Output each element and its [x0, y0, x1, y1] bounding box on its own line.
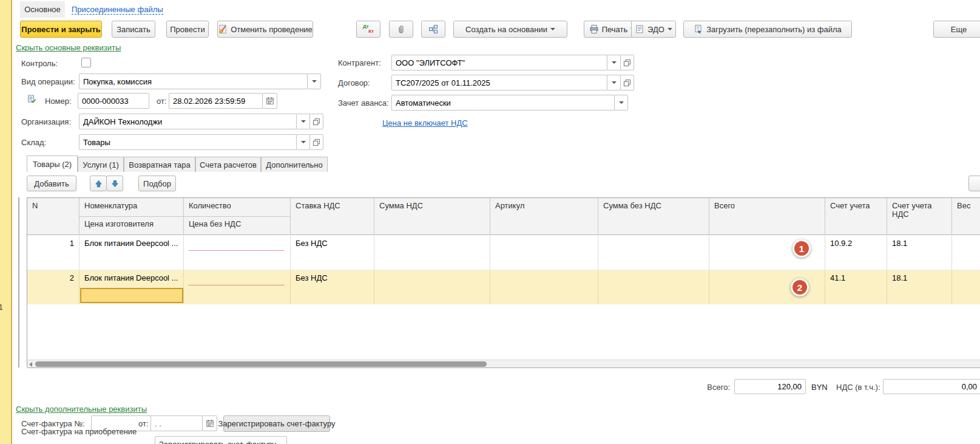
price-vat-link[interactable]: Цена не включает НДС — [382, 118, 468, 128]
cell-nomenclature[interactable]: Блок питания Deepcool ... — [79, 236, 184, 270]
date-calendar-button[interactable] — [262, 93, 277, 109]
operation-type-input[interactable]: Покупка, комиссия — [79, 73, 308, 89]
contract-dropdown-button[interactable] — [607, 75, 621, 91]
move-row-down-button[interactable] — [106, 176, 123, 191]
invoice-date-input[interactable]: . . — [150, 415, 203, 431]
invoice-date-calendar-button[interactable] — [202, 415, 217, 431]
number-value: 0000-000033 — [82, 97, 129, 106]
counterparty-open-button[interactable] — [620, 55, 634, 70]
cell-n[interactable]: 2 — [27, 270, 79, 304]
cell-article[interactable] — [490, 270, 598, 304]
column-header-account: Счет учета — [825, 198, 887, 235]
control-checkbox[interactable] — [81, 58, 91, 67]
tab-goods[interactable]: Товары (2) — [27, 155, 78, 172]
cell-quantity[interactable] — [184, 236, 291, 270]
counterparty-dropdown-button[interactable] — [607, 55, 621, 70]
table-row[interactable]: 1 Блок питания Deepcool ... Без НДС 10.9… — [27, 236, 980, 270]
tab-main[interactable]: Основное — [20, 1, 65, 18]
register-invoice-button[interactable]: Зарегистрировать счет-фактуру — [223, 415, 330, 432]
cell-amount-no-vat[interactable] — [598, 236, 709, 270]
pick-items-label: Подбор — [143, 179, 171, 188]
add-row-button[interactable]: Добавить — [27, 176, 76, 191]
organization-dropdown-button[interactable] — [296, 114, 310, 129]
contract-open-button[interactable] — [620, 75, 634, 91]
cell-weight[interactable] — [952, 270, 980, 304]
load-from-file-button[interactable]: Загрузить (перезаполнить) из файла — [683, 21, 852, 38]
cell-vat-rate[interactable]: Без НДС — [291, 270, 374, 304]
attachments-button[interactable] — [389, 21, 413, 38]
operation-type-dropdown-button[interactable] — [307, 73, 321, 89]
clipped-command-button[interactable] — [968, 176, 980, 191]
warehouse-label: Склад: — [21, 138, 46, 147]
tab-attached-files[interactable]: Присоединенные файлы — [72, 5, 163, 15]
advance-offset-input[interactable]: Автоматически — [391, 95, 615, 111]
hide-main-attributes-link[interactable]: Скрыть основные реквизиты — [16, 43, 121, 52]
hide-additional-attributes-link[interactable]: Скрыть дополнительные реквизиты — [16, 405, 147, 414]
cell-vat-account[interactable]: 18.1 — [887, 270, 952, 304]
undo-posting-icon — [218, 24, 228, 34]
cell-n[interactable]: 1 — [27, 236, 79, 270]
purchase-invoice-input[interactable]: Зарегистрировать счет-фактуру — [155, 436, 287, 444]
dt-kt-button[interactable]: ДтКт — [356, 21, 380, 38]
undo-posting-button[interactable]: Отменить проведение — [217, 21, 313, 38]
structure-icon — [428, 24, 438, 34]
counterparty-input[interactable]: ООО "ЭЛИТСОФТ" — [391, 55, 607, 70]
tab-returnable-packaging[interactable]: Возвратная тара — [124, 157, 195, 172]
edo-document-icon — [635, 24, 644, 34]
document-structure-button[interactable] — [421, 21, 445, 38]
cell-account[interactable]: 10.9.2 — [825, 236, 887, 270]
organization-input[interactable]: ДАЙКОН Технолоджи — [79, 114, 297, 129]
cell-vat-amount[interactable] — [374, 236, 490, 270]
tab-services[interactable]: Услуги (1) — [78, 157, 124, 172]
move-row-up-button[interactable] — [90, 176, 107, 191]
arrow-down-icon — [111, 180, 119, 188]
post-button[interactable]: Провести — [166, 21, 209, 38]
cell-account[interactable]: 41.1 — [825, 270, 887, 304]
printer-icon — [589, 24, 599, 34]
post-and-close-button[interactable]: Провести и закрыть — [20, 21, 102, 38]
required-field-underline — [189, 285, 284, 285]
chevron-down-icon — [301, 120, 306, 123]
warehouse-dropdown-button[interactable] — [296, 134, 310, 150]
horizontal-scrollbar[interactable] — [27, 360, 980, 367]
advance-offset-dropdown-button[interactable] — [614, 95, 628, 111]
operation-type-value: Покупка, комиссия — [83, 77, 152, 86]
calendar-icon — [206, 419, 214, 428]
items-table: N Номенклатура Цена изготовителя Количес… — [27, 197, 980, 367]
scroll-left-arrow[interactable] — [29, 362, 32, 367]
cell-vat-amount[interactable] — [374, 270, 490, 304]
warehouse-input[interactable]: Товары — [79, 134, 297, 150]
selected-cell[interactable] — [80, 288, 183, 303]
create-based-on-button[interactable]: Создать на основании — [453, 21, 567, 38]
date-input[interactable]: 28.02.2026 23:59:59 — [169, 93, 263, 109]
table-row-selected[interactable]: 2 Блок питания Deepcool ... Без НДС 41.1… — [27, 270, 980, 304]
tab-additional[interactable]: Дополнительно — [261, 157, 328, 172]
total-label: Всего: — [689, 383, 730, 392]
tab-settlement-accounts[interactable]: Счета расчетов — [195, 157, 261, 172]
edo-button[interactable]: ЭДО — [631, 21, 676, 38]
write-button[interactable]: Записать — [112, 21, 155, 38]
cell-vat-account[interactable]: 18.1 — [887, 236, 952, 270]
cell-amount-no-vat[interactable] — [598, 270, 709, 304]
cell-weight[interactable] — [952, 236, 980, 270]
pick-items-button[interactable]: Подбор — [138, 176, 176, 191]
organization-label: Организация: — [21, 117, 71, 126]
contract-input[interactable]: ТС207/2025 от 01.11.2025 — [391, 75, 607, 91]
scrollbar-thumb[interactable] — [35, 361, 487, 367]
number-input[interactable]: 0000-000033 — [78, 93, 149, 109]
more-button[interactable]: Еще — [933, 21, 980, 38]
load-from-file-label: Загрузить (перезаполнить) из файла — [706, 25, 841, 34]
cell-article[interactable] — [490, 236, 598, 270]
table-bottom-border — [27, 367, 980, 368]
tab-services-label: Услуги (1) — [83, 160, 118, 169]
operation-type-label: Вид операции: — [21, 77, 75, 86]
cell-vat-rate[interactable]: Без НДС — [291, 236, 374, 270]
edo-label: ЭДО — [647, 25, 664, 34]
tab-main-label: Основное — [24, 5, 61, 14]
cell-quantity[interactable] — [184, 270, 291, 304]
undo-posting-label: Отменить проведение — [231, 25, 313, 34]
total-input[interactable]: 120,00 — [734, 379, 806, 394]
organization-open-button[interactable] — [309, 114, 323, 129]
vat-total-input[interactable]: 0,00 — [883, 379, 980, 394]
warehouse-open-button[interactable] — [309, 134, 323, 150]
